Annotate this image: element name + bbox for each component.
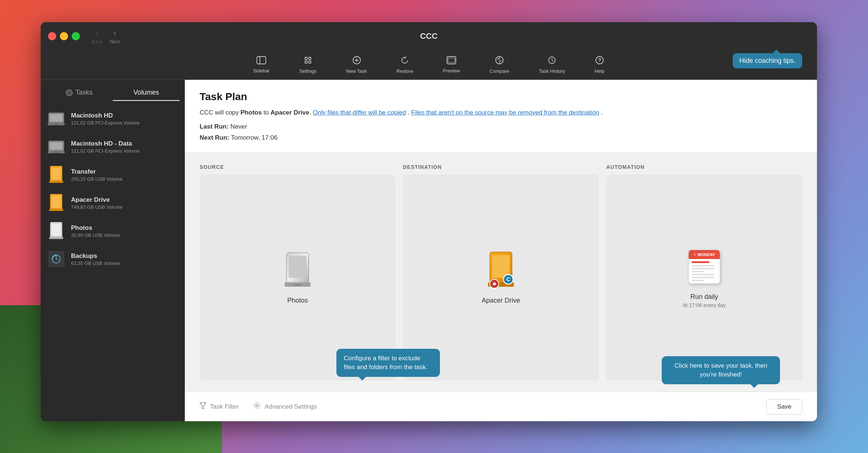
macintosh-hd-data-icon [47,137,66,156]
back-button[interactable]: ‹ Back [89,27,105,46]
sidebar-tab-volumes[interactable]: Volumes [113,85,180,101]
nav-buttons: ‹ Back › Next [89,27,123,46]
new-task-icon [352,56,361,67]
destination-label: DESTINATION [403,164,599,170]
next-run-row: Next Run: Tomorrow, 17:06 [200,132,802,144]
automation-column: AUTOMATION MONDAY [606,164,802,381]
desc-middle: to [262,109,271,116]
title-bar: ‹ Back › Next CCC [41,22,817,50]
task-plan-meta: Last Run: Never Next Run: Tomorrow, 17:0… [200,121,802,144]
svg-rect-3 [309,57,311,59]
sidebar-item-backups-sub: 62,35 GB USB Volume [71,260,120,266]
sidebar-item-macintosh-hd-data[interactable]: Macintosh HD - Data 121,02 GB PCI-Expres… [41,133,185,161]
task-plan-title: Task Plan [200,91,802,103]
toolbar-settings-button[interactable]: Settings [295,54,320,75]
sidebar-item-macintosh-hd-sub: 121,02 GB PCI-Express Volume [71,120,140,126]
link-only-differ[interactable]: Only files that differ will be copied [313,109,406,116]
automation-calendar-icon: MONDAY [686,246,723,287]
sidebar-item-photos-name: Photos [71,224,120,232]
sidebar-item-transfer[interactable]: Transfer 250,15 GB USB Volume [41,161,185,189]
sidebar-item-apacer-drive[interactable]: Apacer Drive 749,83 GB USB Volume [41,189,185,217]
svg-rect-34 [49,237,63,239]
toolbar-compare-button[interactable]: Compare [486,54,513,75]
svg-rect-31 [49,209,63,211]
svg-rect-25 [54,152,58,153]
last-run-label: Last Run: [200,123,228,130]
app-title: CCC [420,31,438,41]
toolbar-restore-button[interactable]: Restore [393,54,417,75]
sidebar-item-apacer-drive-sub: 749,83 GB USB Volume [71,204,122,210]
link-not-on-source[interactable]: Files that aren't on the source may be r… [411,109,599,116]
next-button[interactable]: › Next [107,27,123,46]
svg-text:?: ? [598,57,601,63]
svg-rect-30 [52,196,61,208]
toolbar-preview-button[interactable]: Preview [439,55,464,75]
back-label: Back [92,39,102,44]
next-run-value: Tomorrow, 17:06 [231,134,278,141]
minimize-button[interactable] [60,32,68,40]
sidebar-item-transfer-name: Transfer [71,168,122,176]
sidebar-tab-tasks[interactable]: Tasks [46,85,113,101]
transfer-icon [47,165,66,184]
svg-rect-21 [54,124,58,125]
sidebar-item-backups[interactable]: Backups 62,35 GB USB Volume [41,245,185,273]
next-run-label: Next Run: [200,134,229,141]
svg-point-16 [66,90,72,96]
source-drive-icon [279,250,316,291]
funnel-icon [200,402,206,411]
toolbar-newtask-button[interactable]: New Task [342,54,370,75]
toolbar-preview-label: Preview [443,68,460,74]
coaching-tip-hide[interactable]: Hide coaching tips. [733,53,802,68]
sda-area: SOURCE [185,153,817,392]
toolbar-compare-label: Compare [489,68,509,74]
last-run-value: Never [230,123,247,130]
svg-point-17 [68,91,71,94]
sidebar-item-backups-name: Backups [71,252,120,260]
svg-rect-5 [309,61,311,63]
svg-rect-2 [305,57,307,59]
maximize-button[interactable] [72,32,80,40]
sidebar-item-photos[interactable]: Photos 30,99 GB USB Volume [41,217,185,245]
toolbar-help-button[interactable]: ? Help [591,54,608,75]
content-panel: Task Plan CCC will copy Photos to Apacer… [185,80,817,421]
last-run-row: Last Run: Never [200,121,802,133]
source-name: Photos [287,297,308,304]
compare-icon [495,56,504,67]
settings-icon [304,56,312,67]
automation-card[interactable]: MONDAY [606,174,802,381]
svg-rect-0 [257,57,266,64]
advanced-settings-label: Advanced Settings [264,403,317,411]
advanced-settings-button[interactable]: Advanced Settings [253,402,317,411]
task-filter-button[interactable]: Task Filter [200,402,238,411]
close-button[interactable] [48,32,56,40]
destination-name: Apacer Drive [482,297,520,304]
toolbar-sidebar-button[interactable]: Sidebar [250,55,274,75]
sidebar-item-macintosh-hd-data-sub: 121,02 GB PCI-Express Volume [71,148,140,154]
svg-rect-28 [49,181,63,183]
automation-label: AUTOMATION [606,164,802,170]
task-history-icon [547,56,556,67]
svg-rect-37 [289,256,306,278]
help-icon: ? [595,56,604,67]
source-column: SOURCE [200,164,396,381]
svg-point-48 [256,405,258,407]
toolbar-taskhistory-button[interactable]: Task History [535,54,569,75]
sidebar-item-macintosh-hd[interactable]: Macintosh HD 121,02 GB PCI-Express Volum… [41,105,185,133]
svg-rect-23 [50,142,62,150]
sidebar-item-macintosh-hd-name: Macintosh HD [71,112,140,119]
save-button[interactable]: Save [766,399,802,415]
toolbar-sidebar-label: Sidebar [253,68,270,74]
task-plan-description: CCC will copy Photos to Apacer Drive. On… [200,108,802,117]
svg-text:✱: ✱ [492,281,496,287]
photos-icon [47,221,66,241]
destination-column: DESTINATION [403,164,599,381]
toolbar-help-label: Help [595,68,605,74]
destination-drive-icon: ✱ C [482,250,519,291]
toolbar-settings-label: Settings [299,68,316,74]
apacer-drive-icon [47,193,66,212]
coaching-tip-filter: Configure a filter to exclude files and … [336,349,440,377]
backups-icon [47,249,66,269]
sidebar-item-macintosh-hd-data-name: Macintosh HD - Data [71,140,140,147]
macintosh-hd-icon [47,109,66,128]
toolbar-restore-label: Restore [397,68,414,74]
